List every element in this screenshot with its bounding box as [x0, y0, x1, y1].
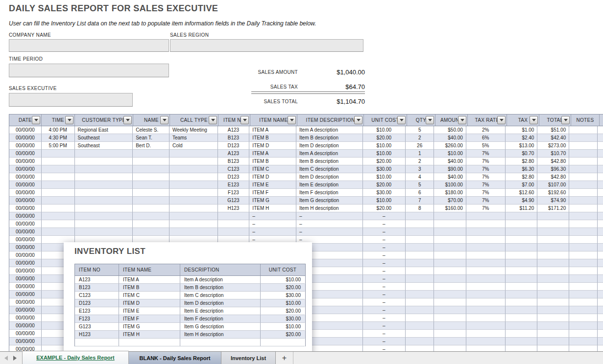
table-cell[interactable]: [537, 244, 569, 251]
table-cell[interactable]: [466, 267, 506, 275]
table-cell[interactable]: 00/00/00: [9, 142, 42, 150]
table-cell[interactable]: [406, 275, 434, 283]
table-cell[interactable]: [569, 314, 598, 322]
table-cell[interactable]: $260.00: [434, 142, 466, 150]
table-cell[interactable]: [569, 220, 598, 228]
table-cell[interactable]: ITEM A: [249, 150, 296, 158]
table-cell[interactable]: [537, 236, 569, 244]
table-cell[interactable]: 00/00/00: [9, 298, 42, 306]
filter-dropdown-button[interactable]: [65, 116, 73, 124]
table-cell[interactable]: 00/00/00: [9, 126, 42, 134]
table-cell[interactable]: [466, 322, 506, 330]
table-cell[interactable]: 2: [406, 158, 434, 165]
table-cell[interactable]: [42, 173, 75, 181]
table-cell[interactable]: Item H description: [296, 205, 363, 212]
table-cell[interactable]: A123: [218, 126, 250, 134]
table-cell[interactable]: [569, 267, 598, 275]
table-cell[interactable]: [506, 330, 538, 338]
table-cell[interactable]: [434, 236, 466, 244]
filter-dropdown-button[interactable]: [458, 116, 466, 124]
table-cell[interactable]: [537, 283, 569, 291]
table-cell[interactable]: –: [363, 236, 406, 244]
table-cell[interactable]: [133, 212, 169, 220]
table-cell[interactable]: [466, 220, 506, 228]
table-cell[interactable]: [569, 322, 598, 330]
table-cell[interactable]: [569, 212, 598, 220]
table-cell[interactable]: [506, 306, 538, 314]
table-cell[interactable]: [434, 259, 466, 267]
table-cell[interactable]: 00/00/00: [9, 306, 42, 314]
table-cell[interactable]: [133, 181, 169, 189]
table-cell[interactable]: 5: [406, 181, 434, 189]
table-cell[interactable]: [75, 220, 133, 228]
table-cell[interactable]: [169, 181, 218, 189]
table-cell[interactable]: 00/00/00: [9, 275, 42, 283]
table-cell[interactable]: 00/00/00: [9, 330, 42, 338]
table-cell[interactable]: [42, 228, 75, 236]
table-cell[interactable]: [569, 283, 598, 291]
table-cell[interactable]: [466, 291, 506, 298]
table-cell[interactable]: [406, 298, 434, 306]
table-cell[interactable]: [75, 173, 133, 181]
table-cell[interactable]: Celeste S.: [133, 126, 169, 134]
table-cell[interactable]: [466, 283, 506, 291]
table-cell[interactable]: $40.00: [434, 134, 466, 142]
table-cell[interactable]: $50.00: [434, 126, 466, 134]
table-cell[interactable]: –: [363, 220, 406, 228]
table-cell[interactable]: [569, 142, 598, 150]
table-cell[interactable]: [406, 291, 434, 298]
table-cell[interactable]: 2: [406, 134, 434, 142]
table-cell[interactable]: [466, 306, 506, 314]
table-cell[interactable]: 00/00/00: [9, 236, 42, 244]
table-cell[interactable]: [75, 165, 133, 173]
table-cell[interactable]: [406, 283, 434, 291]
table-cell[interactable]: $20.00: [363, 158, 406, 165]
table-cell[interactable]: [506, 298, 538, 306]
table-cell[interactable]: [434, 228, 466, 236]
table-cell[interactable]: 00/00/00: [9, 228, 42, 236]
table-cell[interactable]: 5%: [466, 142, 506, 150]
table-cell[interactable]: ITEM H: [249, 205, 296, 212]
table-cell[interactable]: –: [363, 306, 406, 314]
table-cell[interactable]: –: [363, 338, 406, 345]
table-cell[interactable]: 00/00/00: [9, 181, 42, 189]
table-cell[interactable]: [466, 298, 506, 306]
table-cell[interactable]: [537, 228, 569, 236]
filter-dropdown-button[interactable]: [32, 116, 40, 124]
table-cell[interactable]: 00/00/00: [9, 283, 42, 291]
table-cell[interactable]: [506, 236, 538, 244]
table-cell[interactable]: $74.90: [537, 197, 569, 205]
table-cell[interactable]: $51.00: [537, 126, 569, 134]
table-cell[interactable]: [169, 197, 218, 205]
table-cell[interactable]: $42.40: [537, 134, 569, 142]
table-cell[interactable]: B123: [218, 134, 250, 142]
table-cell[interactable]: Southeast: [75, 142, 133, 150]
table-cell[interactable]: $2.80: [506, 158, 538, 165]
table-cell[interactable]: 00/00/00: [9, 244, 42, 251]
table-cell[interactable]: [537, 314, 569, 322]
table-cell[interactable]: Southeast: [75, 134, 133, 142]
table-cell[interactable]: 4:00 PM: [42, 126, 75, 134]
table-cell[interactable]: $0.70: [506, 150, 538, 158]
table-cell[interactable]: $2.40: [506, 134, 538, 142]
table-cell[interactable]: [169, 189, 218, 197]
table-cell[interactable]: $10.00: [363, 173, 406, 181]
table-cell[interactable]: [434, 291, 466, 298]
table-cell[interactable]: $90.00: [434, 165, 466, 173]
table-cell[interactable]: $30.00: [363, 189, 406, 197]
table-cell[interactable]: [434, 314, 466, 322]
table-cell[interactable]: [169, 220, 218, 228]
table-cell[interactable]: G123: [218, 197, 250, 205]
table-cell[interactable]: [506, 291, 538, 298]
table-cell[interactable]: $2.80: [506, 173, 538, 181]
table-cell[interactable]: –: [249, 220, 296, 228]
table-cell[interactable]: 00/00/00: [9, 259, 42, 267]
table-cell[interactable]: [466, 244, 506, 251]
table-cell[interactable]: –: [363, 298, 406, 306]
table-cell[interactable]: 4: [406, 173, 434, 181]
table-cell[interactable]: [569, 165, 598, 173]
table-cell[interactable]: [406, 228, 434, 236]
table-cell[interactable]: [406, 212, 434, 220]
table-cell[interactable]: [506, 212, 538, 220]
table-cell[interactable]: [133, 158, 169, 165]
